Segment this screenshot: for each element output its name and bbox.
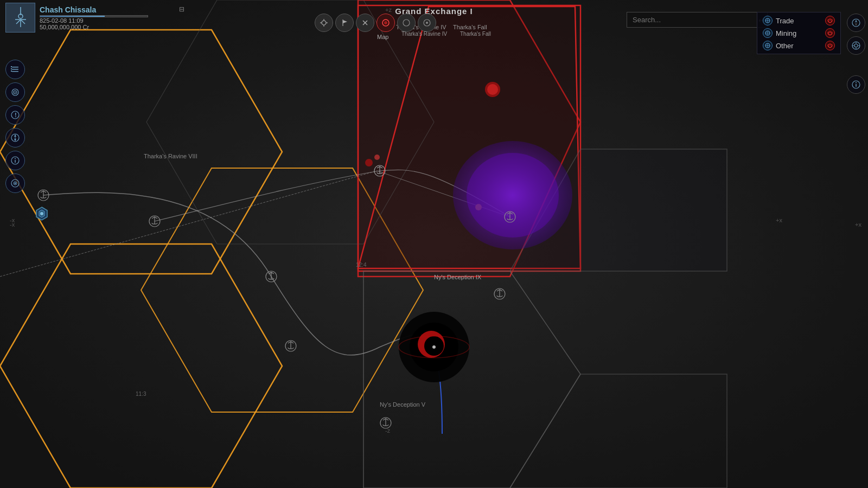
player-avatar xyxy=(5,3,35,33)
svg-rect-87 xyxy=(12,69,18,70)
mining-icon xyxy=(763,28,773,38)
svg-rect-90 xyxy=(11,68,12,69)
player-info[interactable]: Chash Chissala 825-02-08 11:09 50,000,00… xyxy=(5,3,148,33)
svg-text:11:3: 11:3 xyxy=(136,391,146,397)
svg-point-51 xyxy=(322,21,326,25)
svg-point-62 xyxy=(403,20,410,26)
nav-close-btn[interactable] xyxy=(356,14,374,32)
svg-text:!: ! xyxy=(15,112,17,118)
trade-power-btn[interactable] xyxy=(825,16,835,25)
svg-point-78 xyxy=(854,44,858,47)
location-label-1: Tharka's Ravine IV xyxy=(401,31,447,37)
other-label: Other xyxy=(776,42,822,50)
svg-rect-91 xyxy=(11,70,12,72)
nav-circle2-btn[interactable] xyxy=(418,14,436,32)
target-btn[interactable] xyxy=(5,82,25,102)
svg-text:Tharka's Fall: Tharka's Fall xyxy=(453,24,487,30)
svg-marker-100 xyxy=(14,139,16,141)
nav-icons-bar xyxy=(315,14,436,32)
svg-rect-89 xyxy=(11,66,12,67)
axis-x-minus: -x xyxy=(10,221,15,228)
search-bar: ↵ xyxy=(627,12,768,28)
svg-point-61 xyxy=(384,21,387,24)
menu-btn[interactable] xyxy=(5,60,25,79)
search-input[interactable] xyxy=(627,12,768,28)
player-date: 825-02-08 11:09 xyxy=(40,17,148,24)
location-label-2: Tharka's Fall xyxy=(460,31,491,37)
svg-rect-88 xyxy=(12,71,18,72)
svg-point-37 xyxy=(40,212,43,215)
svg-line-49 xyxy=(16,20,21,24)
mining-power-btn[interactable] xyxy=(825,28,835,38)
nav-target-btn[interactable] xyxy=(376,14,395,32)
info-sidebar-btn[interactable] xyxy=(5,151,25,170)
svg-point-64 xyxy=(426,22,428,24)
svg-marker-99 xyxy=(14,134,16,137)
other-power-btn[interactable] xyxy=(825,41,835,50)
alert-btn[interactable]: ! xyxy=(5,105,25,125)
trade-label: Trade xyxy=(776,17,822,25)
nav-star-btn[interactable] xyxy=(315,14,333,32)
player-credits: 50,000,000,000 Cr xyxy=(40,24,148,30)
svg-point-20 xyxy=(467,153,559,237)
mining-row[interactable]: Mining xyxy=(763,28,835,38)
svg-point-15 xyxy=(487,84,498,95)
svg-point-26 xyxy=(432,345,436,349)
svg-point-106 xyxy=(15,183,16,184)
trade-icon xyxy=(763,16,773,25)
svg-point-103 xyxy=(15,158,16,159)
map-label: Map xyxy=(377,34,388,40)
other-row[interactable]: Other xyxy=(763,41,835,50)
svg-text:Tharka's Ravine VIII: Tharka's Ravine VIII xyxy=(144,153,197,159)
svg-marker-75 xyxy=(855,20,857,23)
svg-text:12:4: 12:4 xyxy=(356,262,367,268)
svg-point-16 xyxy=(365,159,373,166)
nav-flag-btn[interactable] xyxy=(335,14,354,32)
svg-point-85 xyxy=(856,82,857,84)
location-btn[interactable] xyxy=(847,36,865,55)
left-sidebar: ! xyxy=(5,60,25,193)
svg-marker-57 xyxy=(343,20,347,23)
svg-rect-86 xyxy=(12,67,18,68)
svg-text:Ny's Deception V: Ny's Deception V xyxy=(380,401,426,408)
axis-x-plus: +x xyxy=(855,221,861,228)
svg-text:Ny's Deception IX: Ny's Deception IX xyxy=(434,274,482,280)
resource-panel: Trade Mining xyxy=(757,12,841,54)
navigation-btn[interactable] xyxy=(5,128,25,147)
player-text-block: Chash Chissala 825-02-08 11:09 50,000,00… xyxy=(40,5,148,30)
coord-z-minus: -z xyxy=(385,427,391,434)
svg-point-94 xyxy=(15,92,16,93)
mining-label: Mining xyxy=(776,29,822,37)
player-name: Chash Chissala xyxy=(40,5,148,14)
right-nav-panel xyxy=(847,11,865,94)
minimize-button[interactable]: ⊟ xyxy=(179,5,184,13)
settings-sidebar-btn[interactable] xyxy=(5,174,25,193)
svg-line-50 xyxy=(21,20,25,24)
svg-marker-76 xyxy=(855,23,857,26)
nav-circle-btn[interactable] xyxy=(397,14,416,32)
coord-z-plus: +z xyxy=(385,7,392,13)
player-xp-fill xyxy=(40,16,105,17)
trade-row[interactable]: Trade xyxy=(763,16,835,25)
compass-btn[interactable] xyxy=(847,14,865,32)
info-btn[interactable] xyxy=(847,75,865,94)
coord-x-plus: +x xyxy=(776,217,782,223)
svg-point-17 xyxy=(374,155,380,160)
other-icon xyxy=(763,41,773,50)
